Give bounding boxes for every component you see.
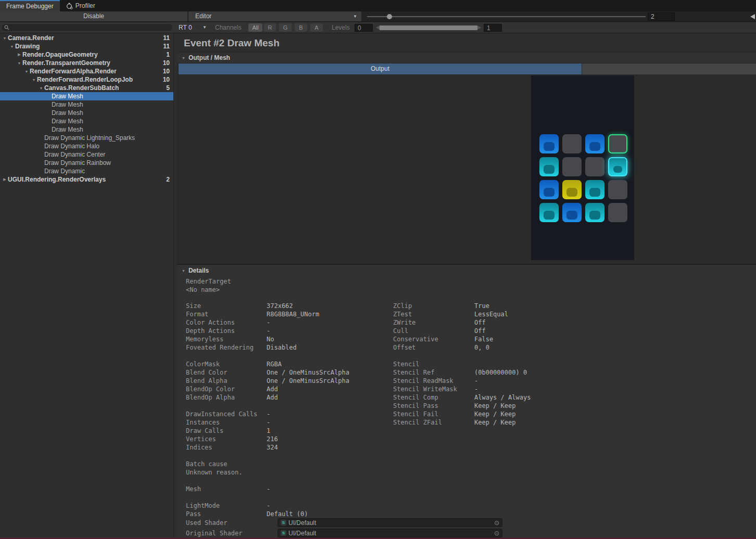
detail-label: Conservative <box>393 335 438 343</box>
preview-tile-cyan <box>539 203 559 222</box>
detail-value: Keep / Keep <box>474 410 515 418</box>
tree-item[interactable]: Draw Mesh <box>0 92 173 100</box>
object-picker-icon[interactable]: ⊙ <box>494 530 499 536</box>
scroll-left-arrow-icon[interactable] <box>750 14 755 19</box>
preview-tile-empty <box>562 134 582 153</box>
expand-open-icon[interactable]: ▼ <box>31 78 37 82</box>
tab-output[interactable]: Output <box>179 63 582 74</box>
tree-item[interactable]: Draw Mesh <box>0 117 173 125</box>
event-scrub-slider[interactable] <box>367 11 646 21</box>
filter-toolbar: RT 0 ▼ Channels Levels 0 1 AllRGBA <box>0 22 756 33</box>
range-bar <box>380 25 477 30</box>
detail-label: Stencil ZFail <box>393 418 442 427</box>
tree-item-label: Draw Dynamic Center <box>44 151 105 158</box>
channel-a-button[interactable]: A <box>310 23 323 32</box>
output-mesh-foldout[interactable]: ▼ Output / Mesh <box>177 52 756 63</box>
channel-all-button[interactable]: All <box>248 23 262 32</box>
detail-label: ZWrite <box>393 318 415 327</box>
tile-socket <box>566 211 577 220</box>
rt-dropdown[interactable]: RT 0 ▼ <box>175 22 211 33</box>
tree-item[interactable]: Draw Mesh <box>0 125 173 134</box>
search-input[interactable] <box>1 23 173 32</box>
slider-handle[interactable] <box>387 14 392 19</box>
channels-label: Channels <box>215 22 242 33</box>
preview-tile-cyan <box>585 180 604 199</box>
channel-g-button[interactable]: G <box>279 23 292 32</box>
detail-label: ZClip <box>393 302 412 310</box>
detail-label: LightMode <box>186 502 220 510</box>
batch-cause-label: Batch cause <box>186 460 227 468</box>
expand-closed-icon[interactable]: ▶ <box>2 177 8 182</box>
expand-open-icon[interactable]: ▼ <box>23 70 30 73</box>
tree-item-label: Render.OpaqueGeometry <box>22 51 98 58</box>
expand-open-icon[interactable]: ▼ <box>2 36 8 40</box>
tree-item[interactable]: ▼RenderForwardAlpha.Render10 <box>0 67 173 75</box>
levels-min-field[interactable]: 0 <box>355 24 373 32</box>
event-number-field[interactable]: 2 <box>648 12 675 21</box>
tree-item[interactable]: Draw Mesh <box>0 109 173 117</box>
original-shader-field[interactable]: SUI/Default⊙ <box>278 529 502 537</box>
tree-item[interactable]: Draw Dynamic Center <box>0 150 173 159</box>
rt-dropdown-label: RT 0 <box>179 24 192 31</box>
tile-grid <box>539 134 627 222</box>
object-picker-icon[interactable]: ⊙ <box>494 520 499 526</box>
tree-item[interactable]: Draw Dynamic Halo <box>0 142 173 150</box>
chevron-down-icon: ▼ <box>203 22 207 33</box>
tree-item-count: 11 <box>163 43 170 50</box>
tree-item[interactable]: ▼Render.TransparentGeometry10 <box>0 59 173 67</box>
tree-item[interactable]: ▼Camera.Render11 <box>0 34 173 42</box>
tree-item-label: Draw Mesh <box>52 101 83 108</box>
disable-button[interactable]: Disable <box>0 11 187 21</box>
tab-profiler[interactable]: Profiler <box>60 0 102 11</box>
mesh-label: Mesh <box>186 485 201 493</box>
tile-socket <box>544 165 555 174</box>
detail-value: - <box>267 318 270 327</box>
tree-item[interactable]: Draw Mesh <box>0 100 173 109</box>
expand-open-icon[interactable]: ▼ <box>9 45 15 48</box>
render-preview-area <box>177 75 756 264</box>
detail-value: 0, 0 <box>474 343 489 352</box>
panel-splitter[interactable] <box>173 33 177 539</box>
frame-debugger-window: Frame Debugger Profiler Disable Editor ▼… <box>0 0 756 539</box>
detail-value: Add <box>267 393 278 402</box>
expand-open-icon[interactable]: ▼ <box>16 61 22 65</box>
preview-tile-empty-selected <box>608 134 627 153</box>
tree-item[interactable]: Draw Dynamic <box>0 167 173 175</box>
detail-label: DrawInstanced Calls <box>186 410 257 418</box>
tree-item-label: UGUI.Rendering.RenderOverlays <box>8 176 106 183</box>
tree-item[interactable]: Draw Dynamic Lightning_Sparks <box>0 134 173 142</box>
tree-item-count: 5 <box>166 84 170 92</box>
tab-frame-debugger[interactable]: Frame Debugger <box>0 0 60 11</box>
range-max-handle[interactable] <box>477 25 481 30</box>
levels-range-slider[interactable] <box>376 25 481 30</box>
preview-tile-cyan-selected <box>608 157 627 176</box>
detail-value: True <box>474 302 489 310</box>
detail-value: Default (0) <box>267 510 308 518</box>
tree-item[interactable]: ▶Render.OpaqueGeometry1 <box>0 50 173 59</box>
detail-value: Add <box>267 385 278 393</box>
used-shader-field[interactable]: SUI/Default⊙ <box>278 518 502 527</box>
detail-value: (0b00000000) 0 <box>474 368 527 377</box>
details-foldout-label: Details <box>188 267 209 274</box>
details-foldout[interactable]: ▼ Details <box>182 267 209 274</box>
editor-dropdown[interactable]: Editor ▼ <box>188 11 361 21</box>
tree-item-label: Draw Dynamic Rainbow <box>44 159 111 166</box>
detail-label: Blend Alpha <box>186 377 227 385</box>
tree-item[interactable]: Draw Dynamic Rainbow <box>0 159 173 167</box>
tree-item[interactable]: ▼RenderForward.RenderLoopJob10 <box>0 75 173 84</box>
detail-value: 372x662 <box>267 302 293 310</box>
detail-label: ColorMask <box>186 360 220 368</box>
detail-value: Always / Always <box>474 393 531 402</box>
channel-r-button[interactable]: R <box>264 23 276 32</box>
tab-mesh[interactable] <box>582 63 756 74</box>
channel-b-button[interactable]: B <box>295 23 307 32</box>
range-min-handle[interactable] <box>376 25 380 30</box>
expand-closed-icon[interactable]: ▶ <box>16 53 22 57</box>
tree-item[interactable]: ▼Drawing11 <box>0 42 173 50</box>
preview-tile-blue <box>539 180 559 199</box>
tree-item[interactable]: ▼Canvas.RenderSubBatch5 <box>0 84 173 92</box>
expand-open-icon[interactable]: ▼ <box>38 86 44 90</box>
levels-max-field[interactable]: 1 <box>484 24 502 32</box>
batch-cause-value: Unknown reason. <box>186 468 242 477</box>
tree-item[interactable]: ▶UGUI.Rendering.RenderOverlays2 <box>0 175 173 184</box>
